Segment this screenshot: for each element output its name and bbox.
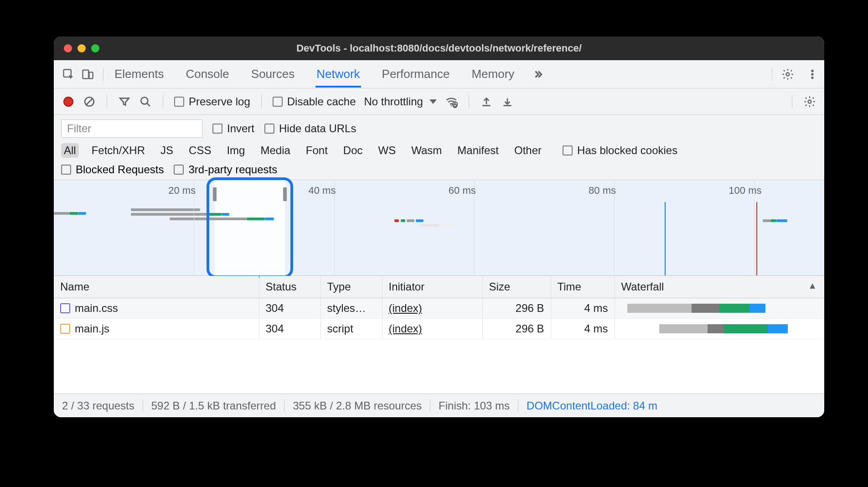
overview-selection[interactable] xyxy=(215,180,285,275)
minimize-window-button[interactable] xyxy=(78,44,86,52)
has-blocked-cookies-checkbox[interactable]: Has blocked cookies xyxy=(563,144,677,157)
status-domcontentloaded: DOMContentLoaded: 84 m xyxy=(518,399,666,412)
filter-type-js[interactable]: JS xyxy=(158,143,176,158)
tab-console[interactable]: Console xyxy=(185,61,230,88)
filter-type-wasm[interactable]: Wasm xyxy=(408,143,444,158)
filter-type-fetch-xhr[interactable]: Fetch/XHR xyxy=(89,143,148,158)
overview-timeline[interactable]: 20 ms40 ms60 ms80 ms100 ms xyxy=(54,180,824,276)
cell-name: main.css xyxy=(54,298,259,319)
filter-type-doc[interactable]: Doc xyxy=(341,143,366,158)
cell-type: script xyxy=(320,319,382,339)
col-type[interactable]: Type xyxy=(320,276,382,298)
traffic-lights xyxy=(64,44,99,52)
cell-time: 4 ms xyxy=(551,298,615,319)
disable-cache-checkbox[interactable]: Disable cache xyxy=(273,95,356,108)
settings-icon[interactable] xyxy=(781,68,794,81)
clear-button[interactable] xyxy=(83,95,96,108)
tab-network[interactable]: Network xyxy=(315,61,361,88)
kebab-menu-icon[interactable] xyxy=(806,68,819,81)
filter-placeholder: Filter xyxy=(67,122,91,135)
filter-bar-extra: Blocked Requests 3rd-party requests xyxy=(54,161,824,180)
device-toolbar-icon[interactable] xyxy=(81,68,94,81)
filter-type-row: AllFetch/XHRJSCSSImgMediaFontDocWSWasmMa… xyxy=(54,140,824,161)
dom-content-loaded-marker xyxy=(665,202,666,275)
status-resources: 355 kB / 2.8 MB resources xyxy=(284,399,430,412)
table-row[interactable]: main.css304styles…(index)296 B4 ms xyxy=(54,298,824,319)
network-request-table: Name Status Type Initiator Size Time Wat… xyxy=(54,276,824,339)
col-time[interactable]: Time xyxy=(551,276,615,298)
cell-status: 304 xyxy=(259,319,320,339)
table-row[interactable]: main.js304script(index)296 B4 ms xyxy=(54,319,824,339)
filter-type-all[interactable]: All xyxy=(61,143,79,158)
panel-tabs: ElementsConsoleSourcesNetworkPerformance… xyxy=(114,61,515,88)
initiator-link[interactable]: (index) xyxy=(389,302,422,314)
window-title: DevTools - localhost:8080/docs/devtools/… xyxy=(54,42,824,54)
hide-data-urls-label: Hide data URLs xyxy=(279,122,356,135)
col-size[interactable]: Size xyxy=(482,276,551,298)
filter-icon[interactable] xyxy=(118,95,131,108)
filter-type-manifest[interactable]: Manifest xyxy=(455,143,501,158)
window-titlebar: DevTools - localhost:8080/docs/devtools/… xyxy=(54,36,824,60)
col-waterfall[interactable]: Waterfall▲ xyxy=(615,276,824,298)
invert-checkbox[interactable]: Invert xyxy=(212,122,254,135)
blocked-requests-checkbox[interactable]: Blocked Requests xyxy=(61,163,164,176)
third-party-checkbox[interactable]: 3rd-party requests xyxy=(174,163,277,176)
third-party-label: 3rd-party requests xyxy=(188,163,277,176)
overview-handle-left[interactable] xyxy=(213,187,217,201)
cell-initiator: (index) xyxy=(382,298,482,319)
download-har-icon[interactable] xyxy=(501,95,514,108)
invert-label: Invert xyxy=(227,122,254,135)
cell-size: 296 B xyxy=(482,319,551,339)
load-event-marker xyxy=(756,202,757,275)
filter-type-css[interactable]: CSS xyxy=(186,143,214,158)
cell-waterfall xyxy=(615,319,824,339)
zoom-window-button[interactable] xyxy=(91,44,99,52)
overview-tick: 20 ms xyxy=(168,185,196,197)
file-name: main.js xyxy=(75,322,109,335)
svg-point-8 xyxy=(141,97,148,104)
record-button[interactable] xyxy=(62,95,75,108)
network-conditions-icon[interactable] xyxy=(445,95,458,108)
network-toolbar: Preserve log Disable cache No throttling xyxy=(54,88,824,115)
col-initiator[interactable]: Initiator xyxy=(382,276,482,298)
overview-tick: 100 ms xyxy=(728,185,761,197)
col-status[interactable]: Status xyxy=(259,276,320,298)
svg-point-6 xyxy=(811,77,813,78)
tab-elements[interactable]: Elements xyxy=(114,61,165,88)
has-blocked-cookies-label: Has blocked cookies xyxy=(577,144,677,157)
close-window-button[interactable] xyxy=(64,44,72,52)
svg-rect-1 xyxy=(83,70,89,78)
status-transferred: 592 B / 1.5 kB transferred xyxy=(143,399,284,412)
filter-type-img[interactable]: Img xyxy=(224,143,248,158)
more-tabs-icon[interactable] xyxy=(532,68,544,81)
svg-point-4 xyxy=(811,70,813,72)
svg-point-9 xyxy=(450,105,452,106)
upload-har-icon[interactable] xyxy=(480,95,493,108)
filter-input[interactable]: Filter xyxy=(61,119,202,138)
filter-type-other[interactable]: Other xyxy=(512,143,544,158)
svg-point-11 xyxy=(808,100,811,103)
overview-handle-right[interactable] xyxy=(283,187,287,201)
waterfall-bar xyxy=(620,304,820,313)
file-name: main.css xyxy=(75,302,118,314)
search-icon[interactable] xyxy=(139,95,152,108)
network-settings-icon[interactable] xyxy=(803,95,816,108)
throttling-select[interactable]: No throttling xyxy=(364,95,436,108)
filter-type-font[interactable]: Font xyxy=(303,143,331,158)
filter-type-media[interactable]: Media xyxy=(258,143,293,158)
overview-tick: 40 ms xyxy=(309,185,336,197)
tab-performance[interactable]: Performance xyxy=(381,61,451,88)
preserve-log-checkbox[interactable]: Preserve log xyxy=(174,95,250,108)
cell-status: 304 xyxy=(259,298,320,319)
inspect-element-icon[interactable] xyxy=(62,68,75,81)
initiator-link[interactable]: (index) xyxy=(389,322,422,335)
cell-initiator: (index) xyxy=(382,319,482,339)
hide-data-urls-checkbox[interactable]: Hide data URLs xyxy=(264,122,356,135)
tab-sources[interactable]: Sources xyxy=(250,61,295,88)
status-finish: Finish: 103 ms xyxy=(430,399,518,412)
status-requests: 2 / 33 requests xyxy=(62,399,143,412)
tab-memory[interactable]: Memory xyxy=(470,61,515,88)
svg-rect-2 xyxy=(89,72,93,78)
col-name[interactable]: Name xyxy=(54,276,259,298)
filter-type-ws[interactable]: WS xyxy=(376,143,399,158)
